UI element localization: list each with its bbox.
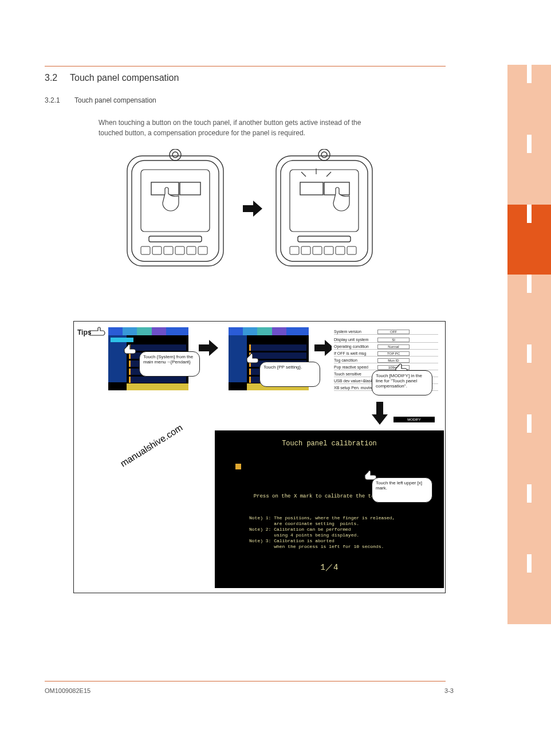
modify-button[interactable]: MODIFY [393,417,435,422]
svg-rect-10 [164,246,173,254]
tab-8[interactable] [507,554,551,624]
rule-bottom [45,681,446,681]
field-label: System version [334,330,361,334]
calibration-notes: Note) 1: The positions, where the finger… [249,515,395,550]
section-title: Touch panel compensation [70,73,179,83]
svg-rect-26 [336,246,345,254]
field-label: If OFF is welt msg [334,351,366,355]
field-label: XB setup Pen. moving [334,386,373,390]
svg-rect-22 [290,246,299,254]
tab-3[interactable] [507,205,551,275]
callout-1: Touch {System} from the main menu→{Penda… [139,351,200,377]
calibration-target-icon[interactable] [235,464,241,469]
svg-point-2 [170,149,181,160]
svg-rect-25 [324,246,333,254]
callout-2: Touch {PP setting}. [259,362,320,387]
footer-docid: OM1009082E15 [45,687,90,694]
svg-rect-9 [152,246,162,254]
body-line-2: touched button, a compensation procedure… [99,129,305,137]
section-number: 3.2 [45,73,57,83]
callout-3: Touch [MODIFY] in the line for "Touch pa… [372,370,432,395]
calibration-title: Touch panel calibration [215,440,444,448]
arrow-right-icon [243,201,262,217]
field-label: Tog cancition [334,358,357,362]
svg-rect-11 [175,246,184,254]
tab-4[interactable] [507,275,551,344]
field-label: Operating condition [334,344,369,348]
svg-rect-12 [187,246,196,254]
svg-rect-23 [301,246,310,254]
footer-page: 3-3 [444,687,454,694]
svg-point-16 [318,149,330,160]
body-line-1: When touching a button on the touch pane… [99,119,361,127]
field-value: TOP PC [377,351,410,356]
arrow-down-icon [372,402,388,425]
field-label: Pop reactive speed [334,365,368,369]
tab-1[interactable] [507,65,551,135]
svg-rect-24 [313,246,322,254]
subsection-title: Touch panel compensation [74,96,156,104]
svg-point-3 [172,152,178,158]
tab-5[interactable] [507,344,551,414]
field-label: USB dev value=&task [334,379,373,383]
field-value: Normal [377,344,410,349]
svg-rect-7 [149,236,202,242]
tab-2[interactable] [507,135,551,205]
device-illustration-group [124,149,387,292]
finger-icon [243,351,261,369]
pendant-left [124,149,227,269]
steps-panel: Tips Touch {System} from the main menu→{… [73,321,446,593]
svg-rect-13 [198,246,207,254]
calibration-counter: 1／4 [215,562,444,573]
svg-rect-27 [347,246,356,254]
rule-top [45,66,446,66]
tab-6[interactable] [507,414,551,484]
arrow-right-icon [199,340,218,356]
field-value: SI [377,338,410,342]
chapter-tabs [507,65,551,624]
subsection-number: 3.2.1 [45,96,60,104]
field-label: Display unit system [334,338,368,342]
pointing-hand-icon [89,325,107,338]
svg-rect-21 [298,236,351,242]
field-label: Touch sensitive [334,372,361,376]
pendant-right [273,149,376,269]
svg-point-17 [321,152,327,158]
tab-7[interactable] [507,484,551,554]
finger-icon [121,342,138,359]
svg-rect-8 [141,246,150,254]
calibration-screen: Touch panel calibration Press on the X m… [215,430,444,588]
arrow-right-icon [314,340,334,356]
callout-4: Touch the left upper [x] mark. [372,477,432,503]
field-value: OFF [377,330,410,334]
